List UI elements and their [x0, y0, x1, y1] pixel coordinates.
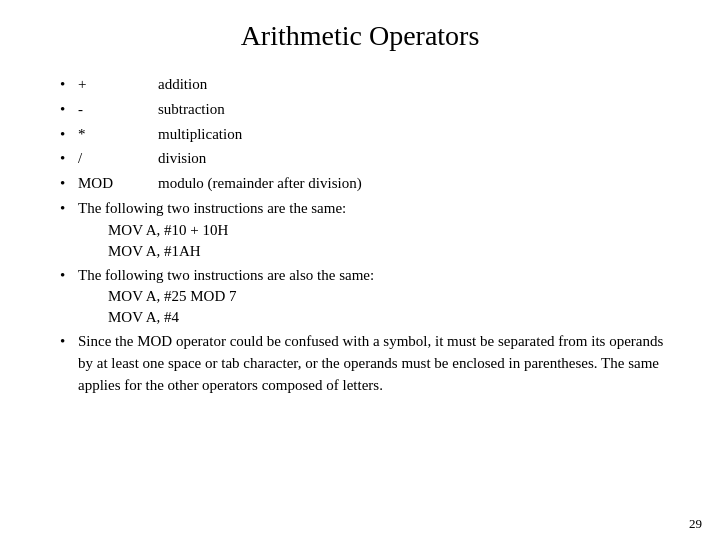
- operator-plus: + addition: [78, 74, 680, 96]
- bullet-same-content: The following two instructions are the s…: [78, 198, 680, 262]
- bullet-dot: •: [60, 331, 78, 353]
- bullet-dot: •: [60, 198, 78, 220]
- code-line-4: MOV A, #4: [108, 307, 680, 328]
- code-line-3: MOV A, #25 MOD 7: [108, 286, 680, 307]
- code-line-2: MOV A, #1AH: [108, 241, 680, 262]
- bullet-dot: •: [60, 99, 78, 121]
- bullet-list: • + addition • - subtraction • * multipl…: [60, 74, 680, 397]
- bullet-same-intro: The following two instructions are the s…: [78, 200, 346, 216]
- bullet-dot: •: [60, 74, 78, 96]
- bullet-dot: •: [60, 173, 78, 195]
- operator-multiply: * multiplication: [78, 124, 680, 146]
- bullet-also-content: The following two instructions are also …: [78, 265, 680, 329]
- content-area: • + addition • - subtraction • * multipl…: [40, 74, 680, 397]
- operator-desc: addition: [158, 74, 207, 96]
- operator-symbol: -: [78, 99, 158, 121]
- operator-divide: / division: [78, 148, 680, 170]
- list-item: • - subtraction: [60, 99, 680, 121]
- list-item: • The following two instructions are als…: [60, 265, 680, 329]
- bullet-also-intro: The following two instructions are also …: [78, 267, 374, 283]
- page-number: 29: [689, 516, 702, 532]
- operator-symbol: /: [78, 148, 158, 170]
- bullet-dot: •: [60, 148, 78, 170]
- list-item: • / division: [60, 148, 680, 170]
- code-line-1: MOV A, #10 + 10H: [108, 220, 680, 241]
- bullet-dot: •: [60, 124, 78, 146]
- list-item: • MOD modulo (remainder after division): [60, 173, 680, 195]
- operator-symbol: +: [78, 74, 158, 96]
- operator-desc: division: [158, 148, 206, 170]
- operator-mod: MOD modulo (remainder after division): [78, 173, 680, 195]
- operator-desc: modulo (remainder after division): [158, 173, 362, 195]
- list-item: • * multiplication: [60, 124, 680, 146]
- operator-symbol: *: [78, 124, 158, 146]
- bullet-note-content: Since the MOD operator could be confused…: [78, 331, 680, 396]
- list-item: • + addition: [60, 74, 680, 96]
- list-item: • Since the MOD operator could be confus…: [60, 331, 680, 396]
- slide-container: Arithmetic Operators • + addition • - su…: [0, 0, 720, 540]
- operator-desc: multiplication: [158, 124, 242, 146]
- bullet-dot: •: [60, 265, 78, 287]
- operator-minus: - subtraction: [78, 99, 680, 121]
- operator-symbol: MOD: [78, 173, 158, 195]
- operator-desc: subtraction: [158, 99, 225, 121]
- list-item: • The following two instructions are the…: [60, 198, 680, 262]
- slide-title: Arithmetic Operators: [40, 20, 680, 52]
